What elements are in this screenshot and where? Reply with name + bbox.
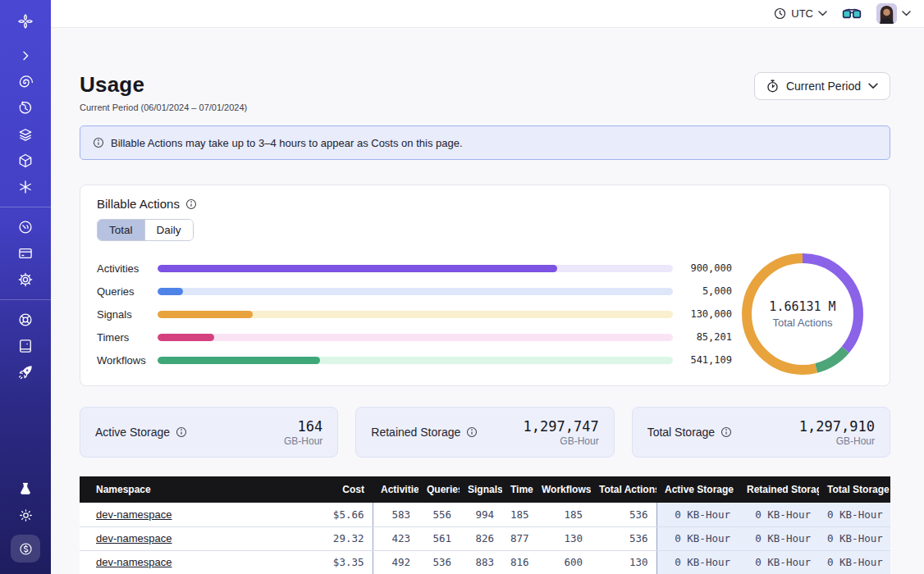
topbar: UTC (51, 0, 924, 28)
chevron-down-icon (818, 11, 827, 16)
table-cell: 583 (373, 503, 419, 526)
table-cell: 0 KB-Hour (739, 503, 819, 526)
pricing-active-highlight (11, 535, 40, 563)
billable-actions-title: Billable Actions (97, 197, 180, 211)
bar-row-timers: Timers85,201 (97, 326, 732, 348)
column-header-timers: Timers (502, 476, 533, 503)
namespace-link[interactable]: dev-namespace (96, 508, 172, 521)
info-icon[interactable] (720, 426, 732, 439)
bar-fill (158, 288, 183, 295)
column-header-active-storage: Active Storage (656, 476, 739, 503)
bar-row-queries: Queries5,000 (97, 280, 732, 303)
column-header-namespace: Namespace (80, 476, 304, 503)
settings-icon[interactable] (0, 267, 51, 292)
page-title: Usage (80, 72, 247, 98)
expand-chevron-icon[interactable] (0, 43, 51, 68)
bar-track (158, 265, 673, 272)
table-cell: 0 KB-Hour (656, 526, 739, 550)
bar-label: Activities (97, 262, 151, 275)
billable-actions-card: Billable Actions TotalDaily Activities90… (80, 184, 890, 386)
namespaces-icon[interactable] (0, 70, 51, 94)
storage-card-label: Total Storage (647, 426, 716, 439)
table-cell: 556 (419, 503, 460, 526)
table-cell: 994 (460, 503, 502, 526)
total-actions-donut: 1.66131 M Total Actions (732, 253, 873, 376)
table-cell: 0 KB-Hour (739, 526, 819, 550)
bar-label: Workflows (97, 354, 151, 367)
table-cell: 130 (533, 526, 591, 550)
pricing-icon (18, 541, 34, 557)
table-cell: 0 KB-Hour (819, 550, 890, 574)
bar-row-activities: Activities900,000 (97, 257, 732, 280)
table-cell: 0 KB-Hour (656, 550, 739, 574)
user-menu[interactable] (876, 3, 911, 24)
labs-icon[interactable] (0, 476, 51, 501)
table-cell: 130 (591, 550, 656, 574)
table-cell: 561 (419, 526, 460, 550)
info-icon[interactable] (466, 426, 478, 439)
table-cell: 877 (502, 526, 533, 550)
storage-card-unit: GB-Hour (524, 435, 599, 447)
workflows-icon[interactable] (0, 148, 51, 173)
storage-card-unit: GB-Hour (799, 435, 875, 447)
table-cell: $3.35 (304, 550, 373, 574)
getting-started-icon[interactable] (0, 360, 51, 385)
storage-card-label: Active Storage (95, 426, 170, 439)
schedules-icon[interactable] (0, 96, 51, 121)
bar-fill (158, 334, 214, 341)
table-cell: 536 (591, 503, 656, 526)
storage-card-value: 1,297,910 (799, 418, 875, 435)
temporal-logo-icon[interactable] (0, 9, 51, 34)
chevron-down-icon (868, 83, 878, 89)
billable-bar-chart: Activities900,000Queries5,000Signals130,… (97, 257, 732, 371)
bar-track (158, 311, 673, 318)
bar-fill (158, 311, 253, 318)
table-row: dev-namespace$5.665835569941851855360 KB… (80, 503, 890, 526)
bar-track (158, 357, 673, 364)
storage-card-value: 1,297,747 (524, 418, 599, 435)
timezone-selector[interactable]: UTC (774, 7, 827, 20)
table-cell: 423 (373, 526, 419, 550)
column-header-cost: Cost (304, 476, 373, 503)
banner-text: Billable Actions may take up to 3–4 hour… (111, 137, 463, 149)
stopwatch-icon (766, 80, 779, 93)
feedback-glasses-button[interactable] (842, 7, 862, 20)
table-cell: 536 (419, 550, 460, 574)
docs-icon[interactable] (0, 334, 51, 358)
billable-view-tabs: TotalDaily (97, 219, 194, 241)
billing-icon[interactable] (0, 241, 51, 266)
period-selector-button[interactable]: Current Period (754, 72, 890, 100)
namespace-link[interactable]: dev-namespace (96, 532, 172, 544)
support-icon[interactable] (0, 308, 51, 332)
table-cell: 536 (591, 526, 656, 550)
storage-card-total-storage: Total Storage1,297,910GB-Hour (632, 407, 890, 458)
bar-track (158, 288, 673, 295)
tab-total[interactable]: Total (98, 220, 144, 240)
theme-toggle-icon[interactable] (0, 503, 51, 527)
tab-daily[interactable]: Daily (144, 220, 193, 240)
info-banner: Billable Actions may take up to 3–4 hour… (80, 125, 890, 160)
column-header-queries: Queries (419, 476, 460, 503)
pricing-nav-item[interactable] (0, 534, 51, 563)
column-header-workflows: Workflows (533, 476, 591, 503)
sidebar-divider (0, 207, 51, 207)
bar-value: 85,201 (679, 331, 732, 343)
table-cell: 0 KB-Hour (819, 503, 890, 526)
table-cell: 0 KB-Hour (739, 550, 819, 574)
table-cell: 883 (460, 550, 502, 574)
info-icon[interactable] (185, 197, 197, 211)
table-cell: 492 (373, 550, 419, 574)
nexus-icon[interactable] (0, 175, 51, 199)
column-header-total-actions: Total Actions (591, 476, 656, 503)
deployments-icon[interactable] (0, 122, 51, 147)
glasses-icon (842, 7, 862, 20)
table-cell: 816 (502, 550, 533, 574)
bar-row-workflows: Workflows541,109 (97, 348, 732, 371)
usage-icon[interactable] (0, 215, 51, 239)
bar-fill (158, 357, 320, 364)
table-header-row: NamespaceCostActivitiesQueriesSignalsTim… (80, 476, 890, 503)
namespace-link[interactable]: dev-namespace (96, 556, 172, 568)
table-row: dev-namespace$3.354925368838166001300 KB… (80, 550, 890, 574)
info-icon[interactable] (176, 426, 187, 439)
bar-value: 130,000 (679, 308, 732, 320)
